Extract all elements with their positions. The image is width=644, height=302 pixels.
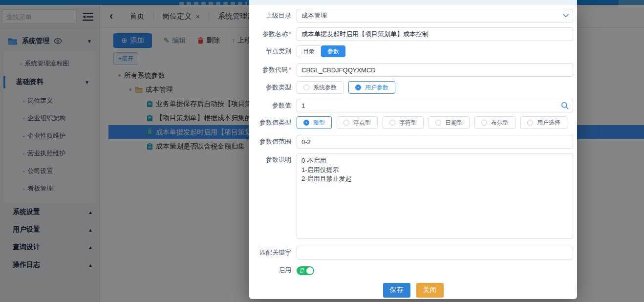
value-type-option-user-select[interactable]: 用户选择 xyxy=(520,116,567,129)
chevron-down-icon xyxy=(563,14,569,18)
required-mark: * xyxy=(289,30,291,38)
field-label: 启用 xyxy=(249,266,291,275)
field-label: 匹配关键字 xyxy=(249,246,291,259)
field-parent-directory: 上级目录 成本管理 xyxy=(249,9,577,22)
param-name-input[interactable] xyxy=(297,27,573,41)
field-value-range: 参数值范围 xyxy=(249,135,577,149)
enabled-toggle[interactable]: 是 xyxy=(297,266,314,275)
field-label: 参数说明 xyxy=(249,153,291,167)
value-type-option-float[interactable]: 浮点型 xyxy=(337,116,378,129)
radio-icon xyxy=(303,85,309,90)
required-mark: * xyxy=(289,66,291,73)
field-label: 参数值类型 xyxy=(249,116,291,129)
param-type-option-user[interactable]: 用户参数 xyxy=(348,81,395,94)
value-range-input[interactable] xyxy=(297,135,573,149)
node-type-option-directory[interactable]: 目录 xyxy=(297,45,321,57)
radio-icon xyxy=(435,120,441,126)
field-label: 节点类别 xyxy=(249,45,291,57)
select-value: 成本管理 xyxy=(301,11,327,20)
radio-icon xyxy=(527,120,533,126)
field-label: 上级目录 xyxy=(249,9,291,22)
radio-icon xyxy=(355,85,361,90)
field-enabled: 启用 是 xyxy=(249,266,577,275)
toggle-state-label: 是 xyxy=(300,266,305,275)
node-type-option-parameter[interactable]: 参数 xyxy=(321,45,345,57)
param-edit-dialog: 上级目录 成本管理 参数名称* 节点类别 目录 xyxy=(249,0,577,299)
value-type-option-string[interactable]: 字符型 xyxy=(383,116,424,129)
field-label: 参数值范围 xyxy=(249,135,291,149)
param-type-option-system[interactable]: 系统参数 xyxy=(297,81,343,94)
field-param-code: 参数代码* xyxy=(249,63,577,77)
value-type-radio-group: 整型 浮点型 字符型 日期型 xyxy=(297,116,573,129)
value-type-option-integer[interactable]: 整型 xyxy=(297,116,332,129)
field-param-type: 参数类型 系统参数 用户参数 xyxy=(249,81,577,94)
radio-icon xyxy=(343,120,349,126)
param-code-input[interactable] xyxy=(297,63,573,77)
value-type-option-date[interactable]: 日期型 xyxy=(429,116,470,129)
field-param-description: 参数说明 0-不启用 1-启用仅提示 2-启用且禁止发起 xyxy=(249,153,577,241)
radio-icon xyxy=(481,120,487,126)
param-description-textarea[interactable]: 0-不启用 1-启用仅提示 2-启用且禁止发起 xyxy=(297,153,573,239)
dialog-footer: 保存 关闭 xyxy=(249,283,577,298)
field-match-keyword: 匹配关键字 xyxy=(249,246,577,259)
node-type-segmented: 目录 参数 xyxy=(297,45,345,57)
field-label: 参数名称* xyxy=(249,27,291,41)
field-value-type: 参数值类型 整型 浮点型 字符型 xyxy=(249,116,577,129)
value-type-option-boolean[interactable]: 布尔型 xyxy=(474,116,515,129)
radio-icon xyxy=(389,120,395,126)
toggle-knob xyxy=(306,267,313,274)
match-keyword-input[interactable] xyxy=(297,246,573,259)
field-label: 参数类型 xyxy=(249,81,291,94)
app-root: 系统管理 ▼ · 系统管理流程图 基础资料 ▼ · 岗位定义 · xyxy=(0,0,644,302)
field-node-type: 节点类别 目录 参数 xyxy=(249,45,577,57)
param-type-radio-group: 系统参数 用户参数 xyxy=(297,81,573,94)
field-label: 参数代码* xyxy=(249,63,291,77)
field-param-name: 参数名称* xyxy=(249,27,577,41)
field-label: 参数值 xyxy=(249,99,291,112)
parent-directory-select[interactable]: 成本管理 xyxy=(297,9,573,22)
field-param-value: 参数值 xyxy=(249,99,577,112)
radio-icon xyxy=(303,120,309,126)
search-icon[interactable] xyxy=(561,102,569,109)
close-button[interactable]: 关闭 xyxy=(416,283,444,298)
save-button[interactable]: 保存 xyxy=(383,283,410,298)
dialog-header-clipped xyxy=(249,0,577,5)
param-value-input[interactable] xyxy=(297,99,573,112)
